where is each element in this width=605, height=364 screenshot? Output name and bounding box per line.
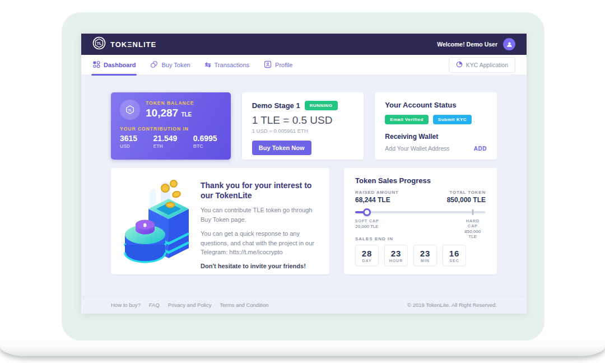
svg-text:TL: TL [96, 41, 102, 46]
stage-title: Demo Stage 1 [252, 101, 300, 110]
nav-item-transactions[interactable]: ⇆ Transactions [205, 55, 249, 74]
token-rate: 1 TLE = 0.5 USD [252, 114, 354, 127]
contribution-usd: 3615 USD [120, 134, 137, 149]
add-wallet-link[interactable]: ADD [474, 146, 487, 152]
thank-you-card: ฿ Thank you for your interest to our Tok… [111, 168, 329, 274]
laptop-base [0, 342, 605, 356]
progress-title: Token Sales Progress [355, 176, 486, 185]
footer-link-faq[interactable]: FAQ [149, 302, 160, 308]
contribution-label: YOUR CONTRIBUTION IN [120, 126, 222, 132]
nav-item-buy-token[interactable]: Buy Token [150, 54, 190, 76]
total-token: TOTAL TOKEN 850,000 TLE [447, 190, 486, 204]
copyright-text: © 2019 TokenLite. All Right Reserved. [407, 302, 497, 308]
countdown-min: 23 MIN [413, 245, 437, 266]
progress-knob[interactable] [363, 208, 371, 216]
nav-item-profile[interactable]: Profile [264, 54, 292, 76]
transactions-arrows-icon: ⇆ [205, 61, 211, 68]
nav-label: Buy Token [161, 62, 190, 68]
wallet-address-hint: Add Your Wallet Address [385, 145, 449, 152]
token-subrate: 1 USD = 0.005961 ETH [252, 128, 354, 134]
token-stage-card: Demo Stage 1 RUNNING 1 TLE = 0.5 USD 1 U… [242, 92, 364, 160]
buy-token-now-button[interactable]: Buy Token Now [252, 141, 311, 155]
receiving-wallet-title: Receiving Wallet [385, 133, 487, 141]
contribution-btc: 0.6995 BTC [193, 134, 217, 149]
dashboard-grid-icon [92, 60, 100, 69]
nav-label: Profile [275, 62, 292, 68]
footer: How to buy? FAQ Privacy and Policy Terms… [81, 296, 527, 314]
soft-cap-note: SOFT CAP 20,000 TLE [355, 218, 379, 229]
email-verified-badge[interactable]: Email Verified [385, 115, 428, 124]
kyc-application-button[interactable]: KYC Application [449, 57, 515, 73]
balance-unit: TLE [181, 111, 192, 118]
brand-name: TOKΞNLITE [110, 40, 156, 49]
invite-friends-text: Don't hesitate to invite your friends! [201, 263, 319, 269]
footer-link-how-to-buy[interactable]: How to buy? [111, 302, 141, 308]
welcome-text: Welcome! Demo User [437, 41, 497, 48]
stage-status-badge: RUNNING [305, 101, 338, 110]
token-coin-icon: TL [120, 100, 140, 120]
token-balance-card: TL TOKEN BALANCE 10,287 TLE YOUR CONTRIB… [111, 92, 231, 160]
brand-logo[interactable]: TL TOKΞNLITE [92, 36, 156, 52]
thank-you-paragraph-1: You can contribute TLE token go through … [201, 206, 319, 224]
svg-text:฿: ฿ [143, 222, 147, 228]
slider-track [355, 211, 486, 213]
nav-label: Transactions [215, 62, 250, 68]
countdown-day: 28 DAY [355, 245, 379, 266]
hard-cap-note: HARD CAP 850,000 TLE [464, 218, 481, 239]
thank-you-paragraph-2: You can get a quick response to any ques… [201, 229, 319, 257]
tokenlite-logo-icon: TL [92, 36, 106, 52]
app-window: TL TOKΞNLITE Welcome! Demo User [81, 34, 527, 314]
kyc-button-label: KYC Application [466, 62, 508, 68]
footer-link-privacy[interactable]: Privacy and Policy [168, 302, 212, 308]
account-status-title: Your Account Status [385, 101, 487, 109]
nav-bar: Dashboard Buy Token ⇆ Transactions [81, 55, 527, 75]
hardcap-tick [472, 209, 473, 215]
nav-item-dashboard[interactable]: Dashboard [92, 54, 136, 76]
contribution-eth: 21.549 ETH [153, 134, 178, 149]
token-sales-progress-card: Token Sales Progress RAISED AMOUNT 68,24… [344, 168, 497, 274]
svg-text:TL: TL [128, 109, 132, 112]
balance-amount: 10,287 TLE [146, 107, 194, 119]
raised-amount: RAISED AMOUNT 68,244 TLE [355, 190, 399, 204]
balance-label: TOKEN BALANCE [146, 100, 194, 106]
coin-icon [150, 60, 158, 69]
kyc-icon [456, 61, 463, 69]
profile-icon [264, 60, 272, 69]
nav-label: Dashboard [104, 62, 136, 68]
top-bar: TL TOKΞNLITE Welcome! Demo User [81, 34, 527, 55]
sales-progress-slider[interactable] [355, 208, 486, 216]
crypto-illustration: ฿ [117, 177, 195, 265]
user-icon [506, 41, 513, 48]
countdown-hour: 23 HOUR [384, 245, 408, 266]
countdown-sec: 16 SEC [443, 245, 466, 266]
dashboard-content: TL TOKEN BALANCE 10,287 TLE YOUR CONTRIB… [81, 75, 527, 296]
page: TL TOKΞNLITE Welcome! Demo User [0, 0, 605, 364]
thank-you-title: Thank you for your interest to our Token… [201, 180, 319, 200]
account-status-card: Your Account Status Email Verified Submi… [375, 92, 497, 160]
submit-kyc-badge[interactable]: Submit KYC [433, 115, 472, 124]
user-avatar[interactable] [503, 38, 515, 50]
footer-link-terms[interactable]: Terms and Condition [220, 302, 268, 308]
